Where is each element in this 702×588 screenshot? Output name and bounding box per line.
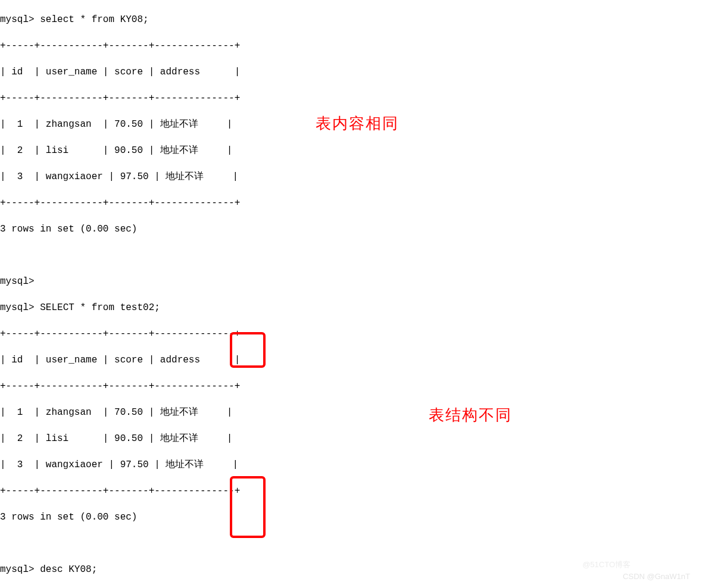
table2-row1: | 1 | zhangsan | 70.50 | 地址不详 | — [0, 406, 702, 419]
table2-border-mid: +-----+-----------+-------+-------------… — [0, 380, 702, 393]
table2-header: | id | user_name | score | address | — [0, 354, 702, 367]
table2-row2: | 2 | lisi | 90.50 | 地址不详 | — [0, 432, 702, 445]
highlight-box-key-test02 — [230, 476, 266, 538]
highlight-box-key-ky08 — [230, 332, 266, 368]
cmd2-line: mysql> SELECT * from test02; — [0, 301, 702, 314]
table1-border-top: +-----+-----------+-------+-------------… — [0, 39, 702, 52]
cmd-empty: mysql> — [0, 275, 702, 288]
table1-border-bot: +-----+-----------+-------+-------------… — [0, 196, 702, 209]
table1-row2: | 2 | lisi | 90.50 | 地址不详 | — [0, 144, 702, 157]
table2-status: 3 rows in set (0.00 sec) — [0, 511, 702, 524]
terminal-output: mysql> select * from KY08; +-----+------… — [0, 0, 702, 588]
table2-row3: | 3 | wangxiaoer | 97.50 | 地址不详 | — [0, 458, 702, 471]
table2-border-bot: +-----+-----------+-------+-------------… — [0, 484, 702, 498]
table1-row3: | 3 | wangxiaoer | 97.50 | 地址不详 | — [0, 170, 702, 183]
table1-border-mid: +-----+-----------+-------+-------------… — [0, 92, 702, 105]
table1-status: 3 rows in set (0.00 sec) — [0, 223, 702, 236]
table2-border-top: +-----+-----------+-------+-------------… — [0, 327, 702, 340]
annotation-same-content: 表内容相同 — [316, 117, 399, 130]
annotation-diff-structure: 表结构不同 — [429, 408, 512, 421]
table1-header: | id | user_name | score | address | — [0, 65, 702, 79]
cmd1-line: mysql> select * from KY08; — [0, 13, 702, 26]
watermark-csdn: CSDN @GnaW1nT — [623, 570, 690, 583]
watermark-51cto: @51CTO博客 — [582, 558, 631, 571]
